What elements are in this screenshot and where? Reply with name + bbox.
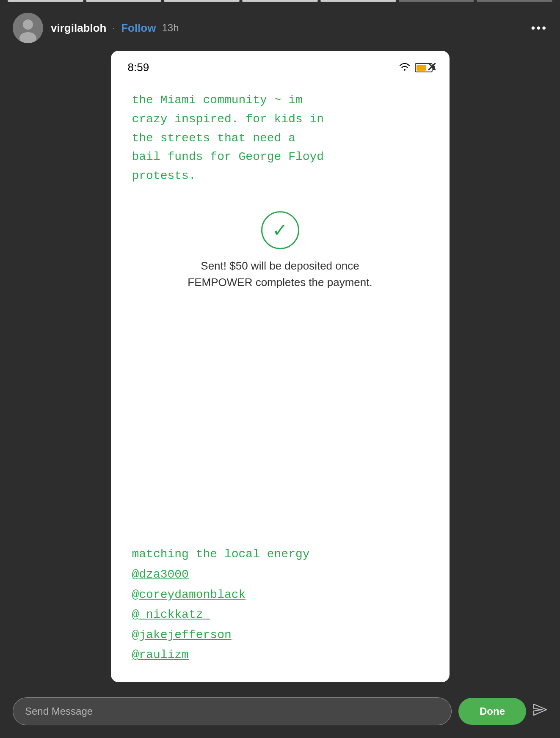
progress-bar-5[interactable] <box>320 0 396 2</box>
green-text-block: the Miami community ~ imcrazy inspired. … <box>111 78 450 198</box>
mention-dza3000[interactable]: @dza3000 <box>132 565 428 585</box>
phone-status-bar: 8:59 <box>111 51 450 78</box>
story-container: ✕ 8:59 the Miami community ~ imcrazy in <box>0 51 560 691</box>
header-info: virgilabloh · Follow 13h <box>51 22 531 35</box>
message-placeholder: Send Message <box>25 705 93 717</box>
avatar[interactable] <box>13 13 43 43</box>
green-message-text: the Miami community ~ imcrazy inspired. … <box>132 94 324 182</box>
story-header: virgilabloh · Follow 13h ••• <box>0 5 560 51</box>
done-button[interactable]: Done <box>458 698 526 725</box>
message-input-wrapper[interactable]: Send Message <box>13 697 452 725</box>
mention-raulizm[interactable]: @raulizm <box>132 645 428 665</box>
mention-jakejefferson[interactable]: @jakejefferson <box>132 625 428 645</box>
check-section: ✓ Sent! $50 will be deposited onceFEMPOW… <box>111 203 450 299</box>
phone-time: 8:59 <box>128 61 149 74</box>
progress-bar-1[interactable] <box>8 0 83 2</box>
progress-bar-6[interactable] <box>399 0 474 2</box>
matching-section: matching the local energy @dza3000 @core… <box>111 536 450 682</box>
progress-bar-2[interactable] <box>86 0 162 2</box>
send-icon-button[interactable] <box>533 703 547 719</box>
matching-heading: matching the local energy <box>132 544 428 565</box>
story-card: ✕ 8:59 the Miami community ~ imcrazy in <box>111 51 450 682</box>
progress-bars <box>0 0 560 2</box>
dot-separator: · <box>112 22 115 34</box>
checkmark-icon: ✓ <box>272 221 288 240</box>
progress-bar-7[interactable] <box>477 0 552 2</box>
wifi-icon <box>399 62 411 74</box>
spacer <box>111 299 450 536</box>
time-ago: 13h <box>162 22 179 34</box>
follow-button[interactable]: Follow <box>121 22 156 35</box>
svg-point-1 <box>23 19 33 30</box>
username: virgilabloh <box>51 22 106 35</box>
progress-bar-4[interactable] <box>242 0 318 2</box>
bottom-bar: Send Message Done <box>0 691 560 738</box>
more-options-button[interactable]: ••• <box>531 21 547 35</box>
sent-confirmation-text: Sent! $50 will be deposited onceFEMPOWER… <box>188 258 372 291</box>
mention-nickkatz[interactable]: @_nickkatz_ <box>132 605 428 625</box>
mention-coreydamonblack[interactable]: @coreydamonblack <box>132 585 428 605</box>
check-circle: ✓ <box>261 211 299 249</box>
progress-bar-3[interactable] <box>164 0 240 2</box>
close-button[interactable]: ✕ <box>426 60 438 74</box>
